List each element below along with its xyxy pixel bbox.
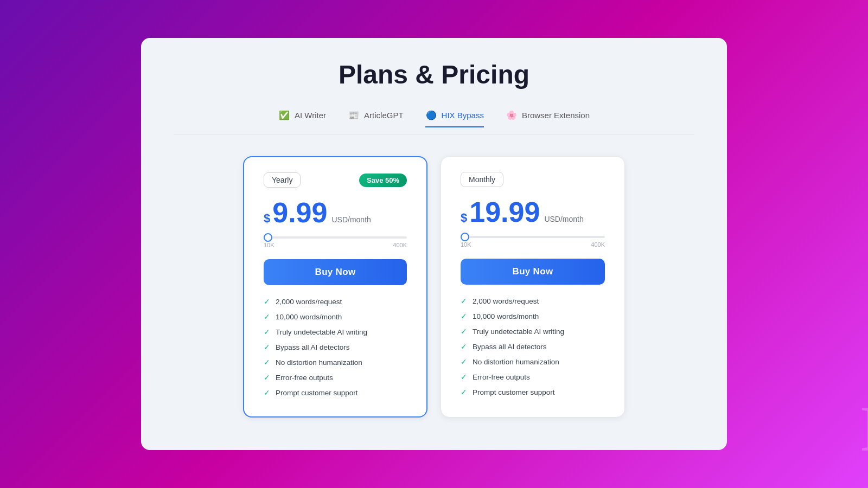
monthly-plan-card: Monthly $ 19.99 USD/month 10K 400K Buy N… <box>441 156 625 418</box>
monthly-slider-track <box>461 236 605 238</box>
monthly-feature-1: 2,000 words/request <box>473 297 539 305</box>
watermark: K <box>861 391 868 466</box>
monthly-period-badge: Monthly <box>461 172 503 187</box>
check-icon: ✓ <box>264 328 270 336</box>
tab-ai-writer-label: AI Writer <box>295 111 326 120</box>
tab-article-gpt-label: ArticleGPT <box>364 111 404 120</box>
hix-bypass-icon: 🔵 <box>425 109 437 121</box>
monthly-slider-thumb <box>461 233 469 241</box>
yearly-slider-container[interactable]: 10K 400K <box>264 236 407 248</box>
check-icon: ✓ <box>461 327 467 336</box>
tab-article-gpt[interactable]: 📰 ArticleGPT <box>348 109 404 127</box>
monthly-feature-2: 10,000 words/month <box>473 312 539 320</box>
check-icon: ✓ <box>461 297 467 305</box>
yearly-slider-thumb <box>264 233 272 242</box>
list-item: ✓ Truly undetectable AI writing <box>264 328 407 336</box>
check-icon: ✓ <box>264 358 270 367</box>
yearly-feature-4: Bypass all AI detectors <box>276 343 350 351</box>
monthly-price-period: USD/month <box>544 215 583 223</box>
monthly-feature-7: Prompt customer support <box>473 388 555 396</box>
page-title: Plans & Pricing <box>174 60 694 89</box>
monthly-buy-now-button[interactable]: Buy Now <box>461 259 605 285</box>
check-icon: ✓ <box>264 297 270 306</box>
check-icon: ✓ <box>461 357 467 366</box>
list-item: ✓ 10,000 words/month <box>264 312 407 321</box>
monthly-slider-min: 10K <box>461 241 471 248</box>
list-item: ✓ 10,000 words/month <box>461 312 605 320</box>
check-icon: ✓ <box>461 342 467 351</box>
yearly-save-badge: Save 50% <box>359 174 407 187</box>
monthly-plan-header: Monthly <box>461 172 605 187</box>
yearly-price-row: $ 9.99 USD/month <box>264 198 407 227</box>
list-item: ✓ Error-free outputs <box>461 373 605 381</box>
yearly-plan-card: Yearly Save 50% $ 9.99 USD/month 10K 400… <box>243 156 427 418</box>
monthly-feature-4: Bypass all AI detectors <box>473 343 547 351</box>
check-icon: ✓ <box>461 373 467 381</box>
list-item: ✓ 2,000 words/request <box>461 297 605 305</box>
list-item: ✓ Bypass all AI detectors <box>264 343 407 351</box>
monthly-price-dollar: $ <box>461 211 467 225</box>
monthly-slider-container[interactable]: 10K 400K <box>461 236 605 248</box>
tab-browser-extension-label: Browser Extension <box>522 111 590 120</box>
main-container: Plans & Pricing ✅ AI Writer 📰 ArticleGPT… <box>141 38 727 450</box>
monthly-slider-labels: 10K 400K <box>461 241 605 248</box>
yearly-price-period: USD/month <box>331 215 371 224</box>
tab-ai-writer[interactable]: ✅ AI Writer <box>278 109 326 127</box>
list-item: ✓ Truly undetectable AI writing <box>461 327 605 336</box>
check-icon: ✓ <box>264 388 270 397</box>
yearly-feature-5: No distortion humanization <box>276 358 362 367</box>
yearly-slider-min: 10K <box>264 242 275 248</box>
list-item: ✓ Prompt customer support <box>264 388 407 397</box>
yearly-feature-2: 10,000 words/month <box>276 313 342 321</box>
ai-writer-icon: ✅ <box>278 109 290 121</box>
list-item: ✓ Error-free outputs <box>264 373 407 382</box>
monthly-features-list: ✓ 2,000 words/request ✓ 10,000 words/mon… <box>461 297 605 396</box>
check-icon: ✓ <box>264 343 270 351</box>
check-icon: ✓ <box>264 312 270 321</box>
yearly-period-badge: Yearly <box>264 172 301 188</box>
monthly-price-amount: 19.99 <box>469 198 540 226</box>
yearly-feature-1: 2,000 words/request <box>276 298 342 306</box>
tab-hix-bypass-label: HIX Bypass <box>442 111 484 120</box>
yearly-feature-3: Truly undetectable AI writing <box>276 328 367 336</box>
monthly-feature-6: Error-free outputs <box>473 373 530 381</box>
tab-browser-extension[interactable]: 🌸 Browser Extension <box>506 109 590 127</box>
yearly-feature-6: Error-free outputs <box>276 374 333 382</box>
yearly-features-list: ✓ 2,000 words/request ✓ 10,000 words/mon… <box>264 297 407 397</box>
check-icon: ✓ <box>264 373 270 382</box>
plans-container: Yearly Save 50% $ 9.99 USD/month 10K 400… <box>174 156 694 418</box>
yearly-price-dollar: $ <box>264 211 270 226</box>
tab-hix-bypass[interactable]: 🔵 HIX Bypass <box>425 109 484 127</box>
list-item: ✓ No distortion humanization <box>461 357 605 366</box>
yearly-plan-header: Yearly Save 50% <box>264 172 407 188</box>
check-icon: ✓ <box>461 312 467 320</box>
yearly-feature-7: Prompt customer support <box>276 389 358 397</box>
list-item: ✓ Bypass all AI detectors <box>461 342 605 351</box>
browser-extension-icon: 🌸 <box>506 109 518 121</box>
yearly-slider-labels: 10K 400K <box>264 242 407 248</box>
yearly-slider-track <box>264 236 407 239</box>
check-icon: ✓ <box>461 388 467 396</box>
yearly-slider-max: 400K <box>393 242 407 248</box>
monthly-feature-3: Truly undetectable AI writing <box>473 328 564 336</box>
list-item: ✓ No distortion humanization <box>264 358 407 367</box>
yearly-buy-now-button[interactable]: Buy Now <box>264 259 407 285</box>
monthly-slider-max: 400K <box>591 241 605 248</box>
tabs-nav: ✅ AI Writer 📰 ArticleGPT 🔵 HIX Bypass 🌸 … <box>174 109 694 134</box>
yearly-price-amount: 9.99 <box>272 198 327 227</box>
article-gpt-icon: 📰 <box>348 109 360 121</box>
monthly-feature-5: No distortion humanization <box>473 358 559 366</box>
monthly-price-row: $ 19.99 USD/month <box>461 198 605 226</box>
list-item: ✓ Prompt customer support <box>461 388 605 396</box>
list-item: ✓ 2,000 words/request <box>264 297 407 306</box>
